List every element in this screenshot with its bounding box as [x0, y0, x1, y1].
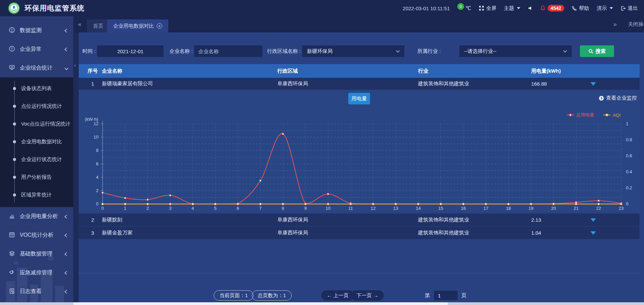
pagination-bar: 当前页面：1 总页数为：1 ← 上一页 下一页 → 第 页 — [79, 289, 640, 302]
power-aqi-chart: (kW·h)02468101200.20.40.60.8101234567891… — [79, 117, 640, 212]
logout-button[interactable]: 退出 — [620, 5, 638, 12]
tab-active-power-compare[interactable]: 企业用电数据对比 ✕ — [107, 19, 168, 32]
table-row[interactable]: 3新疆金盈万家阜康西环保局建筑装饰和其他建筑业1.04 — [79, 227, 640, 239]
bullet-dot — [13, 140, 16, 143]
svg-text:11: 11 — [348, 206, 353, 211]
sidebar-subitem-5[interactable]: 用户分析报告 — [0, 168, 73, 186]
next-page-button[interactable]: 下一页 → — [351, 290, 384, 301]
bars-icon — [9, 213, 15, 220]
svg-text:9: 9 — [304, 206, 307, 211]
bullet-dot — [13, 87, 16, 90]
sidebar-item-label: 企业用电量分析 — [20, 213, 58, 220]
table-row[interactable]: 1新疆瑞豪家居有限公司阜康西环保局建筑装饰和其他建筑业166.88 — [79, 78, 640, 90]
table-header-cell: 序号 — [85, 64, 101, 78]
sidebar-subitem-label: 用户分析报告 — [21, 174, 52, 180]
panel-divider — [79, 273, 640, 273]
svg-text:4: 4 — [191, 206, 194, 211]
svg-text:0: 0 — [96, 201, 98, 206]
expand-triangle-icon[interactable] — [591, 218, 596, 222]
tab-close-icon[interactable]: ✕ — [157, 23, 162, 29]
sidebar-subitem-label: 企业运行状态统计 — [21, 156, 62, 163]
horizontal-scrollbar[interactable] — [0, 302, 644, 305]
tab-home[interactable]: 首页 — [87, 19, 109, 32]
page-jump-input[interactable] — [433, 290, 458, 301]
jump-suffix-label: 页 — [461, 292, 466, 299]
svg-text:1: 1 — [124, 206, 126, 211]
sidebar-subitem-0[interactable]: 设备状态列表 — [0, 79, 73, 97]
sidebar-subitem-4[interactable]: 企业运行状态统计 — [0, 150, 73, 168]
legend-marker — [567, 114, 574, 116]
sidebar-subitem-3[interactable]: 企业用电数据对比 — [0, 133, 73, 150]
phone-icon — [572, 6, 577, 11]
svg-text:17: 17 — [484, 206, 488, 211]
sidebar-collapse-toggle[interactable]: ‹ — [74, 62, 76, 68]
sidebar-item-3[interactable]: 企业用电量分析 — [0, 207, 73, 226]
sidebar-item-label: VOC统计分析 — [20, 232, 53, 239]
expand-triangle-icon[interactable] — [591, 82, 596, 86]
jump-prefix-label: 第 — [425, 292, 430, 299]
table-cell: 新疆瑞豪家居有限公司 — [102, 78, 153, 90]
demo-dropdown[interactable]: 演示 — [597, 5, 613, 12]
legend-marker — [603, 114, 611, 116]
view-monitor-link[interactable]: 查看企业监控 — [599, 95, 637, 101]
svg-text:0: 0 — [626, 201, 628, 206]
svg-text:14: 14 — [416, 206, 420, 211]
sidebar-item-7[interactable]: 日志查看 — [0, 282, 73, 301]
chevron-left-icon — [64, 271, 68, 275]
sidebar-subitem-6[interactable]: 区域异常统计 — [0, 186, 73, 204]
sidebar-subitem-1[interactable]: 点位运行情况统计 — [0, 97, 73, 115]
sidebar-subitem-label: 区域异常统计 — [21, 192, 52, 198]
app-window: 环保用电监管系统 2022-03-01 10:11:51 0 ℃ 全屏 主题 — [0, 0, 644, 305]
power-tab-button[interactable]: 用电量 — [348, 93, 370, 104]
table-cell: 2 — [85, 214, 101, 226]
sidebar-item-2[interactable]: 企业综合统计 — [0, 59, 73, 77]
svg-text:2: 2 — [147, 206, 149, 211]
expand-triangle-icon[interactable] — [591, 231, 596, 235]
svg-text:8: 8 — [282, 206, 284, 211]
sidebar-subitem-2[interactable]: Voc点位运行情况统计 — [0, 115, 73, 133]
sidebar-item-4[interactable]: VOC统计分析 — [0, 226, 73, 245]
table-row[interactable]: 2新疆默刻阜康西环保局建筑装饰和其他建筑业2.13 — [79, 214, 640, 227]
help-button[interactable]: 帮助 — [572, 5, 589, 12]
svg-text:19: 19 — [528, 206, 533, 211]
sidebar-subitem-label: 企业用电数据对比 — [21, 139, 62, 145]
bullet-dot — [13, 176, 16, 179]
sidebar-item-6[interactable]: 应急减排管理 — [0, 263, 73, 282]
theme-dropdown[interactable]: 主题 — [504, 5, 520, 12]
prev-page-button[interactable]: ← 上一页 — [321, 290, 354, 301]
tabs-scroll-left-icon[interactable]: « — [78, 21, 81, 27]
sidebar-item-label: 企业综合统计 — [20, 64, 52, 72]
sidebar-item-0[interactable]: 数据监测 — [0, 21, 73, 40]
svg-text:12: 12 — [371, 206, 375, 211]
row-detail-panel: 用电量 查看企业监控 总用电量AQI (kW·h)02468101200.20.… — [79, 90, 640, 212]
content-area: ‹ 时间 : 企业名称 : 行政区域名称 : 新疆环保局 所属行业 : --请选… — [73, 32, 644, 305]
sidebar-subitem-label: 点位运行情况统计 — [21, 103, 62, 110]
sidebar-subitem-label: 设备状态列表 — [21, 85, 52, 92]
calendar-icon — [9, 232, 15, 239]
table-header-cell: 行业 — [418, 64, 428, 78]
table-cell: 建筑装饰和其他建筑业 — [418, 227, 469, 239]
svg-text:12: 12 — [94, 121, 98, 126]
sidebar-item-5[interactable]: 基础数据管理 — [0, 245, 73, 263]
sidebar-item-label: 数据监测 — [20, 27, 42, 34]
table-cell: 166.88 — [531, 78, 547, 90]
layers-icon — [9, 250, 15, 258]
svg-text:0: 0 — [101, 206, 104, 211]
gauge-icon — [9, 27, 15, 34]
svg-text:18: 18 — [506, 206, 511, 211]
table-header-cell: 行政区域 — [277, 64, 298, 78]
table-cell-expand — [583, 214, 603, 226]
sidebar-item-1[interactable]: 企业异常 — [0, 40, 73, 59]
scrollbar-thumb[interactable] — [73, 302, 448, 305]
app-logo-icon — [8, 2, 20, 14]
table-header-cell: 企业名称 — [102, 64, 122, 78]
close-operations-menu[interactable]: 关闭操作 — [628, 21, 644, 28]
mute-button[interactable] — [528, 6, 533, 11]
svg-text:6: 6 — [96, 161, 98, 166]
fullscreen-button[interactable]: 全屏 — [479, 5, 496, 12]
svg-text:4: 4 — [96, 175, 98, 180]
notifications[interactable]: 4542 — [540, 5, 564, 12]
svg-text:20: 20 — [551, 206, 556, 211]
tabs-scroll-right-icon[interactable]: » — [613, 21, 617, 27]
tab-bar: « 首页 企业用电数据对比 ✕ » 关闭操作 — [73, 16, 644, 32]
